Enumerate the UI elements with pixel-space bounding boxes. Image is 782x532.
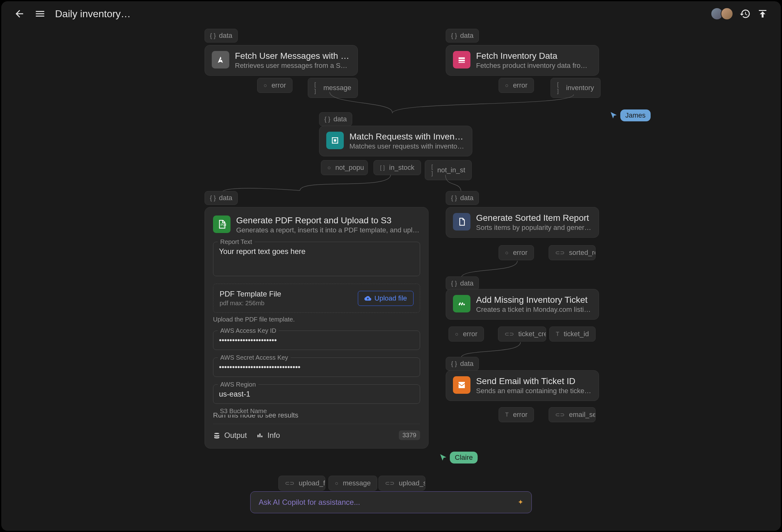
field-label: S3 Bucket Name bbox=[217, 407, 269, 415]
node-subtitle: Retrieves user messages from a SQL… bbox=[235, 62, 351, 70]
port-label: data bbox=[460, 194, 473, 202]
aws-access-key-field[interactable]: AWS Access Key ID •••••••••••••••••••••• bbox=[213, 330, 420, 350]
output-port-email-sent[interactable]: ⊂⊃email_se bbox=[549, 407, 596, 422]
output-port-in-stock[interactable]: [ ]in_stock bbox=[374, 160, 421, 175]
port-label: data bbox=[460, 279, 473, 287]
brackets-icon: [ ] bbox=[431, 164, 433, 177]
circle-icon: ○ bbox=[455, 331, 459, 338]
field-label: AWS Region bbox=[218, 381, 258, 388]
input-port-data[interactable]: { } data bbox=[319, 112, 352, 126]
output-port-message[interactable]: [ ]message bbox=[308, 78, 358, 98]
braces-icon: { } bbox=[451, 360, 457, 367]
circle-icon: ○ bbox=[264, 82, 267, 89]
output-port-ticket-created[interactable]: ⊂⊃ticket_cre bbox=[498, 326, 546, 342]
node-title: Fetch User Messages with Cre bbox=[235, 51, 351, 61]
input-port-data[interactable]: { } data bbox=[446, 191, 479, 205]
output-port-error[interactable]: ○error bbox=[257, 78, 292, 93]
report-text-input[interactable]: Your report text goes here bbox=[219, 247, 414, 256]
upload-button[interactable] bbox=[757, 8, 768, 20]
report-text-field[interactable]: Report Text Your report text goes here bbox=[213, 242, 420, 276]
firebase-icon bbox=[212, 51, 229, 69]
node-add-missing-ticket[interactable]: Add Missing Inventory Ticket Creates a t… bbox=[446, 289, 599, 320]
input-port-data[interactable]: { } data bbox=[205, 29, 238, 42]
output-port-error[interactable]: ○error bbox=[499, 78, 534, 93]
monday-icon bbox=[453, 295, 470, 313]
sparkle-icon: ✦ bbox=[518, 498, 523, 506]
braces-icon: { } bbox=[324, 116, 330, 123]
output-port-not-popular[interactable]: ○not_popu bbox=[321, 160, 368, 175]
mail-icon bbox=[453, 376, 470, 394]
node-send-email[interactable]: Send Email with Ticket ID Sends an email… bbox=[446, 370, 599, 401]
node-subtitle: Fetches product inventory data from… bbox=[476, 62, 592, 70]
collaborator-cursor-claire: Claire bbox=[439, 452, 477, 463]
node-title: Send Email with Ticket ID bbox=[476, 376, 592, 386]
database-icon bbox=[453, 51, 470, 69]
document-icon bbox=[453, 213, 470, 230]
braces-icon: { } bbox=[210, 32, 216, 39]
output-tab[interactable]: Output bbox=[213, 431, 247, 440]
aws-access-key-input[interactable]: •••••••••••••••••••••• bbox=[219, 336, 414, 345]
circle-icon: ○ bbox=[335, 480, 339, 487]
pdf-template-upload: PDF Template File pdf max: 256mb Upload … bbox=[213, 284, 420, 313]
field-label: AWS Access Key ID bbox=[218, 327, 279, 334]
output-port-error[interactable]: ○error bbox=[499, 245, 534, 260]
info-tab[interactable]: Info bbox=[256, 431, 280, 440]
node-title: Fetch Inventory Data bbox=[476, 51, 592, 61]
pdf-icon: PDF bbox=[213, 215, 230, 233]
node-subtitle: Sorts items by popularity and generates… bbox=[476, 224, 592, 232]
menu-button[interactable] bbox=[34, 8, 46, 20]
port-label: data bbox=[219, 32, 233, 40]
field-label: Report Text bbox=[218, 238, 255, 246]
input-port-data[interactable]: { } data bbox=[446, 29, 479, 42]
node-fetch-inventory[interactable]: Fetch Inventory Data Fetches product inv… bbox=[446, 45, 599, 76]
port-label: data bbox=[460, 32, 473, 40]
output-port-ticket-id[interactable]: Tticket_id bbox=[549, 326, 596, 342]
circle-icon: ○ bbox=[505, 82, 509, 89]
node-title: Generate Sorted Item Report bbox=[476, 213, 592, 223]
output-port-error[interactable]: Terror bbox=[499, 407, 534, 422]
brackets-icon: [ ] bbox=[557, 81, 562, 95]
output-port-upload-success[interactable]: ⊂⊃upload_s bbox=[379, 476, 425, 491]
input-port-data[interactable]: { } data bbox=[446, 357, 479, 370]
avatar[interactable] bbox=[721, 7, 733, 20]
upload-file-button[interactable]: Upload file bbox=[358, 291, 414, 306]
aws-secret-key-input[interactable]: ••••••••••••••••••••••••••••••• bbox=[219, 363, 414, 371]
pill-icon: ⊂⊃ bbox=[555, 411, 565, 418]
match-icon bbox=[326, 132, 344, 149]
input-port-data[interactable]: { } data bbox=[446, 277, 479, 290]
node-title: Match Requests with Inventory bbox=[349, 132, 465, 142]
output-port-message[interactable]: ○message bbox=[328, 476, 377, 491]
output-port-upload-failed[interactable]: ⊂⊃upload_fa bbox=[278, 476, 325, 491]
braces-icon: { } bbox=[451, 32, 457, 39]
port-label: data bbox=[460, 360, 473, 368]
output-port-error[interactable]: ○error bbox=[449, 326, 484, 342]
node-fetch-user-messages[interactable]: Fetch User Messages with Cre Retrieves u… bbox=[205, 45, 358, 76]
node-generate-pdf-report[interactable]: PDF Generate PDF Report and Upload to S3… bbox=[205, 207, 429, 449]
pill-icon: ⊂⊃ bbox=[555, 249, 565, 256]
copilot-placeholder: Ask AI Copilot for assistance... bbox=[259, 498, 360, 507]
circle-icon: ○ bbox=[505, 250, 509, 256]
upload-help-text: Upload the PDF file template. bbox=[213, 316, 420, 323]
page-title: Daily inventory… bbox=[55, 8, 131, 20]
output-port-inventory[interactable]: [ ]inventory bbox=[550, 78, 601, 98]
history-button[interactable] bbox=[740, 8, 751, 20]
text-icon: T bbox=[505, 412, 509, 418]
pill-icon: ⊂⊃ bbox=[285, 480, 294, 487]
aws-region-input[interactable]: us-east-1 bbox=[219, 390, 414, 398]
output-port-sorted-report[interactable]: ⊂⊃sorted_re bbox=[549, 245, 596, 260]
svg-text:PDF: PDF bbox=[220, 223, 226, 227]
aws-region-field[interactable]: AWS Region us-east-1 bbox=[213, 384, 420, 404]
token-count: 3379 bbox=[399, 430, 420, 440]
pill-icon: ⊂⊃ bbox=[385, 480, 394, 487]
back-button[interactable] bbox=[14, 8, 25, 20]
node-generate-sorted-report[interactable]: Generate Sorted Item Report Sorts items … bbox=[446, 207, 599, 238]
ai-copilot-input[interactable]: Ask AI Copilot for assistance... ✦ bbox=[250, 491, 532, 513]
braces-icon: { } bbox=[451, 280, 457, 287]
node-match-requests[interactable]: Match Requests with Inventory Matches us… bbox=[319, 126, 472, 156]
pill-icon: ⊂⊃ bbox=[504, 330, 514, 338]
aws-secret-key-field[interactable]: AWS Secret Access Key ••••••••••••••••••… bbox=[213, 357, 420, 377]
input-port-data[interactable]: { } data bbox=[205, 191, 238, 205]
braces-icon: { } bbox=[210, 194, 216, 202]
output-port-not-in-stock[interactable]: [ ]not_in_st bbox=[425, 160, 472, 180]
collaborator-avatars[interactable] bbox=[711, 7, 733, 20]
